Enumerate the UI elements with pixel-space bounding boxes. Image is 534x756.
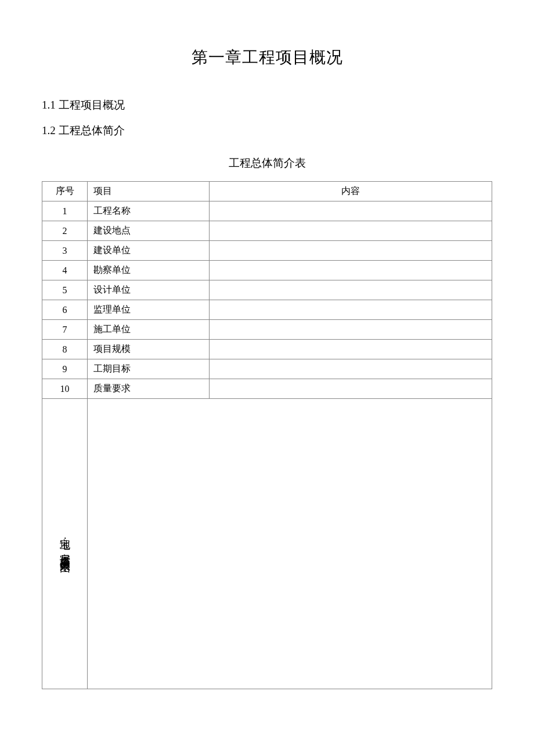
cell-effect-diagram-area xyxy=(88,399,492,689)
vertical-text: 宝地·家居广场项目效果图 xyxy=(59,530,71,556)
table-row: 2 建设地点 xyxy=(42,221,492,241)
cell-content xyxy=(210,221,492,241)
cell-seq: 5 xyxy=(42,280,88,300)
cell-seq: 10 xyxy=(42,379,88,399)
cell-item: 质量要求 xyxy=(88,379,210,399)
cell-content xyxy=(210,300,492,320)
cell-content xyxy=(210,261,492,280)
table-row: 9 工期目标 xyxy=(42,359,492,379)
table-row: 3 建设单位 xyxy=(42,241,492,261)
cell-seq: 7 xyxy=(42,320,88,340)
cell-seq: 4 xyxy=(42,261,88,280)
cell-seq: 2 xyxy=(42,221,88,241)
cell-item: 项目规模 xyxy=(88,340,210,359)
table-row: 5 设计单位 xyxy=(42,280,492,300)
cell-seq: 9 xyxy=(42,359,88,379)
cell-seq: 3 xyxy=(42,241,88,261)
cell-seq: 1 xyxy=(42,201,88,221)
cell-item: 建设地点 xyxy=(88,221,210,241)
cell-content xyxy=(210,359,492,379)
cell-content xyxy=(210,320,492,340)
table-header-row: 序号 项目 内容 xyxy=(42,182,492,201)
cell-seq: 6 xyxy=(42,300,88,320)
cell-content xyxy=(210,379,492,399)
cell-content xyxy=(210,201,492,221)
section-1-2-heading: 1.2 工程总体简介 xyxy=(42,123,492,138)
header-item: 项目 xyxy=(88,182,210,201)
chapter-title: 第一章工程项目概况 xyxy=(42,46,492,69)
cell-item: 设计单位 xyxy=(88,280,210,300)
table-row: 10 质量要求 xyxy=(42,379,492,399)
cell-item: 工程名称 xyxy=(88,201,210,221)
table-row: 7 施工单位 xyxy=(42,320,492,340)
header-seq: 序号 xyxy=(42,182,88,201)
header-content: 内容 xyxy=(210,182,492,201)
section-1-1-heading: 1.1 工程项目概况 xyxy=(42,98,492,113)
cell-item: 施工单位 xyxy=(88,320,210,340)
table-row: 1 工程名称 xyxy=(42,201,492,221)
table-row-vertical: 宝地·家居广场项目效果图 xyxy=(42,399,492,689)
summary-table: 序号 项目 内容 1 工程名称 2 建设地点 3 建设单位 4 勘察单位 5 设… xyxy=(42,181,492,689)
table-row: 8 项目规模 xyxy=(42,340,492,359)
table-caption: 工程总体简介表 xyxy=(42,156,492,171)
cell-content xyxy=(210,280,492,300)
cell-content xyxy=(210,340,492,359)
cell-seq: 8 xyxy=(42,340,88,359)
table-row: 4 勘察单位 xyxy=(42,261,492,280)
cell-item: 勘察单位 xyxy=(88,261,210,280)
table-row: 6 监理单位 xyxy=(42,300,492,320)
cell-content xyxy=(210,241,492,261)
cell-item: 监理单位 xyxy=(88,300,210,320)
cell-item: 工期目标 xyxy=(88,359,210,379)
cell-vertical-label: 宝地·家居广场项目效果图 xyxy=(42,399,88,689)
cell-item: 建设单位 xyxy=(88,241,210,261)
